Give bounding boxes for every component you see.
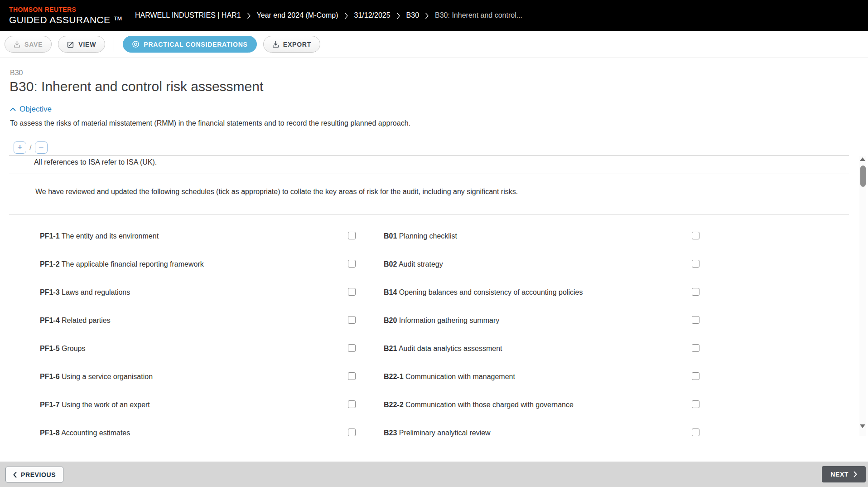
footer-bar: PREVIOUS NEXT	[0, 462, 868, 487]
divider	[9, 214, 849, 215]
schedule-item-text: The entity and its environment	[62, 232, 159, 240]
schedule-item-label: B02 Audit strategy	[384, 259, 443, 269]
schedule-item: PF1-7 Using the work of an expert	[40, 400, 356, 410]
schedule-item-text: Accounting estimates	[61, 429, 130, 437]
schedule-item-checkbox[interactable]	[692, 260, 699, 268]
schedule-item-checkbox[interactable]	[692, 232, 699, 239]
scroll-up-arrow-icon[interactable]	[860, 157, 865, 161]
schedule-item-checkbox[interactable]	[348, 232, 356, 239]
intro-text: We have reviewed and updated the followi…	[35, 188, 849, 196]
content-area: All references to ISA refer to ISA (UK).…	[9, 155, 849, 442]
target-icon	[132, 40, 140, 48]
scroll-thumb[interactable]	[860, 166, 866, 187]
schedule-item: B01 Planning checklist	[384, 231, 699, 241]
schedule-item-label: B01 Planning checklist	[384, 231, 457, 241]
minus-icon: −	[39, 143, 43, 151]
scrollbar[interactable]	[859, 156, 866, 436]
schedule-item-checkbox[interactable]	[348, 260, 356, 268]
view-button-label: VIEW	[78, 41, 96, 48]
scroll-down-arrow-icon[interactable]	[860, 424, 865, 428]
schedule-item-label: B22-1 Communication with management	[384, 372, 515, 382]
schedule-item-label: PF1-8 Accounting estimates	[40, 428, 130, 438]
expand-all-button[interactable]: +	[14, 141, 26, 154]
schedule-grid: PF1-1 The entity and its environmentB01 …	[40, 231, 699, 438]
schedule-item-code: PF1-5	[40, 345, 60, 352]
export-button[interactable]: EXPORT	[263, 36, 320, 53]
save-button[interactable]: SAVE	[5, 36, 52, 53]
schedule-item-text: Opening balances and consistency of acco…	[399, 288, 583, 296]
schedule-item: B22-2 Communication with those charged w…	[384, 400, 699, 410]
schedule-item: B21 Audit data analytics assessment	[384, 344, 699, 354]
next-button[interactable]: NEXT	[822, 466, 866, 482]
previous-button-label: PREVIOUS	[21, 471, 56, 478]
chevron-right-icon	[344, 12, 348, 19]
schedule-item-label: B14 Opening balances and consistency of …	[384, 287, 583, 297]
schedule-item-code: PF1-2	[40, 260, 60, 268]
schedule-item-text: Audit strategy	[399, 260, 443, 268]
schedule-item: B14 Opening balances and consistency of …	[384, 287, 699, 297]
schedule-item-text: Information gathering summary	[399, 317, 499, 324]
breadcrumb: HARWELL INDUSTRIES | HAR1Year end 2024 (…	[135, 0, 522, 31]
schedule-item-code: PF1-6	[40, 373, 60, 380]
logo-company: THOMSON REUTERS	[9, 6, 123, 13]
chevron-right-icon	[854, 471, 857, 477]
schedule-item: B20 Information gathering summary	[384, 316, 699, 326]
schedule-item: B23 Preliminary analytical review	[384, 428, 699, 438]
schedule-item: PF1-8 Accounting estimates	[40, 428, 356, 438]
schedule-item-label: B22-2 Communication with those charged w…	[384, 400, 574, 410]
breadcrumb-item[interactable]: 31/12/2025	[354, 11, 391, 19]
breadcrumb-item[interactable]: HARWELL INDUSTRIES | HAR1	[135, 11, 241, 19]
schedule-item-checkbox[interactable]	[348, 288, 356, 296]
isa-note: All references to ISA refer to ISA (UK).	[34, 158, 849, 166]
schedule-item-label: PF1-3 Laws and regulations	[40, 287, 130, 297]
schedule-item-label: PF1-7 Using the work of an expert	[40, 400, 150, 410]
view-button[interactable]: VIEW	[58, 36, 105, 53]
schedule-item-checkbox[interactable]	[348, 429, 356, 436]
schedule-item-label: B23 Preliminary analytical review	[384, 428, 491, 438]
schedule-item-checkbox[interactable]	[348, 316, 356, 324]
schedule-item-checkbox[interactable]	[692, 288, 699, 296]
app-logo: THOMSON REUTERS GUIDED ASSURANCE ™	[9, 6, 123, 25]
download-icon	[14, 41, 20, 48]
schedule-item-checkbox[interactable]	[348, 344, 356, 352]
schedule-item-checkbox[interactable]	[692, 372, 699, 380]
practical-considerations-button[interactable]: PRACTICAL CONSIDERATIONS	[123, 36, 256, 53]
schedule-item-text: Groups	[62, 345, 85, 352]
collapse-all-button[interactable]: −	[35, 141, 48, 154]
schedule-item-code: B14	[384, 288, 397, 296]
schedule-item-label: PF1-4 Related parties	[40, 316, 111, 326]
schedule-item-code: B22-1	[384, 373, 404, 380]
breadcrumb-item[interactable]: B30	[406, 11, 419, 19]
toolbar-divider	[114, 37, 114, 52]
schedule-item-checkbox[interactable]	[692, 344, 699, 352]
schedule-item-label: B21 Audit data analytics assessment	[384, 344, 502, 354]
chevron-left-icon	[13, 472, 17, 478]
schedule-item-code: PF1-8	[40, 429, 60, 437]
schedule-item-text: Communication with management	[405, 373, 515, 380]
schedule-item-code: PF1-7	[40, 401, 60, 409]
schedule-item-checkbox[interactable]	[348, 400, 356, 408]
objective-toggle[interactable]: Objective	[10, 105, 52, 114]
breadcrumb-item[interactable]: Year end 2024 (M-Comp)	[257, 11, 338, 19]
chevron-right-icon	[425, 12, 429, 19]
schedule-item: PF1-3 Laws and regulations	[40, 287, 356, 297]
schedule-item-label: PF1-6 Using a service organisation	[40, 372, 153, 382]
schedule-item-code: B20	[384, 317, 397, 324]
download-icon	[272, 41, 279, 48]
schedule-item: PF1-2 The applicable financial reporting…	[40, 259, 356, 269]
schedule-item-text: Laws and regulations	[62, 288, 130, 296]
schedule-item-checkbox[interactable]	[692, 429, 699, 436]
expand-collapse-separator: /	[29, 143, 32, 152]
chevron-up-icon	[10, 107, 16, 111]
schedule-item-label: B20 Information gathering summary	[384, 316, 499, 326]
page-title: B30: Inherent and control risk assessmen…	[10, 79, 263, 94]
schedule-item-code: B22-2	[384, 401, 404, 409]
schedule-item: B22-1 Communication with management	[384, 372, 699, 382]
schedule-item-checkbox[interactable]	[692, 316, 699, 324]
schedule-item-checkbox[interactable]	[692, 400, 699, 408]
schedule-item-checkbox[interactable]	[348, 372, 356, 380]
schedule-item-label: PF1-2 The applicable financial reporting…	[40, 259, 204, 269]
edit-icon	[67, 41, 74, 48]
schedule-item-code: B21	[384, 345, 397, 352]
previous-button[interactable]: PREVIOUS	[5, 467, 63, 482]
